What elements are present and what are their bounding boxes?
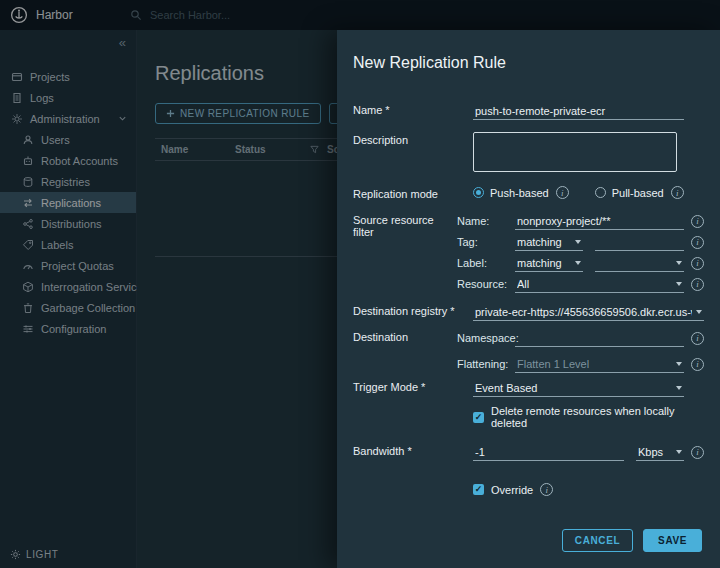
name-field-row: Name* — [353, 102, 704, 120]
trigger-mode-select[interactable]: Event Based — [473, 379, 684, 397]
save-button[interactable]: SAVE — [643, 529, 702, 552]
source-resource-filter-label: Source resource filter — [353, 212, 457, 293]
override-label: Override — [491, 484, 533, 496]
push-based-label: Push-based — [490, 187, 549, 199]
override-checkbox[interactable] — [473, 484, 484, 495]
caret-down-icon — [676, 362, 682, 366]
filter-tag-matching-select[interactable]: matching — [515, 233, 583, 251]
required-marker: * — [385, 104, 389, 116]
destination-row: Destination Namespace: Flattening: Flatt… — [353, 329, 704, 373]
namespace-info-icon[interactable] — [691, 332, 704, 345]
description-label: Description — [353, 132, 457, 174]
override-row: Override — [353, 483, 704, 496]
filter-resource-label: Resource: — [457, 278, 515, 290]
flattening-info-icon[interactable] — [691, 358, 704, 371]
modal-footer: CANCEL SAVE — [353, 523, 704, 554]
filter-label-value-select[interactable] — [595, 254, 684, 272]
caret-down-icon — [676, 450, 682, 454]
push-based-info-icon[interactable] — [556, 186, 569, 199]
destination-registry-label: Destination registry — [353, 305, 447, 317]
filter-resource-info-icon[interactable] — [691, 278, 704, 291]
delete-remote-checkbox[interactable] — [473, 412, 484, 423]
pull-based-radio[interactable] — [595, 187, 606, 198]
cancel-button[interactable]: CANCEL — [562, 529, 633, 552]
caret-down-icon — [575, 240, 581, 244]
namespace-label: Namespace: — [457, 332, 515, 344]
pull-based-info-icon[interactable] — [671, 186, 684, 199]
destination-registry-row: Destination registry* private-ecr-https:… — [353, 303, 704, 321]
filter-tag-info-icon[interactable] — [691, 236, 704, 249]
filter-label-info-icon[interactable] — [691, 257, 704, 270]
new-replication-rule-modal: New Replication Rule Name* Description R… — [337, 30, 720, 568]
flattening-select[interactable]: Flatten 1 Level — [515, 355, 684, 373]
delete-remote-label: Delete remote resources when locally del… — [491, 405, 704, 429]
source-resource-filter-row: Source resource filter Name: Tag: matchi… — [353, 212, 704, 293]
bandwidth-label: Bandwidth — [353, 445, 404, 457]
destination-label: Destination — [353, 329, 457, 373]
caret-down-icon — [676, 282, 682, 286]
name-input[interactable] — [473, 102, 684, 120]
replication-mode-label: Replication mode — [353, 186, 457, 200]
filter-label-label: Label: — [457, 257, 515, 269]
destination-registry-select[interactable]: private-ecr-https://455636659506.dkr.ecr… — [473, 303, 704, 321]
flattening-label: Flattening: — [457, 358, 515, 370]
filter-label-matching-select[interactable]: matching — [515, 254, 583, 272]
filter-name-label: Name: — [457, 215, 515, 227]
bandwidth-unit-select[interactable]: Kbps — [636, 443, 684, 461]
caret-down-icon — [575, 261, 581, 265]
trigger-mode-label: Trigger Mode — [353, 381, 418, 393]
bandwidth-input[interactable] — [473, 443, 624, 461]
replication-mode-row: Replication mode Push-based Pull-based — [353, 186, 704, 200]
bandwidth-info-icon[interactable] — [691, 446, 704, 459]
trigger-mode-row: Trigger Mode* Event Based — [353, 379, 704, 397]
caret-down-icon — [696, 310, 702, 314]
delete-remote-row: Delete remote resources when locally del… — [353, 405, 704, 429]
modal-title: New Replication Rule — [353, 54, 704, 72]
filter-tag-label: Tag: — [457, 236, 515, 248]
required-marker: * — [450, 305, 454, 317]
caret-down-icon — [676, 261, 682, 265]
filter-resource-select[interactable]: All — [515, 275, 684, 293]
filter-tag-value-input[interactable] — [595, 233, 684, 251]
filter-name-info-icon[interactable] — [691, 215, 704, 228]
name-label: Name — [353, 104, 382, 116]
namespace-input[interactable] — [515, 329, 684, 347]
required-marker: * — [421, 381, 425, 393]
bandwidth-row: Bandwidth* Kbps — [353, 443, 704, 461]
push-based-radio[interactable] — [473, 187, 484, 198]
override-info-icon[interactable] — [540, 483, 553, 496]
caret-down-icon — [676, 386, 682, 390]
required-marker: * — [407, 445, 411, 457]
description-field-row: Description — [353, 132, 704, 174]
description-textarea[interactable] — [473, 132, 677, 172]
pull-based-label: Pull-based — [612, 187, 664, 199]
filter-name-input[interactable] — [515, 212, 684, 230]
